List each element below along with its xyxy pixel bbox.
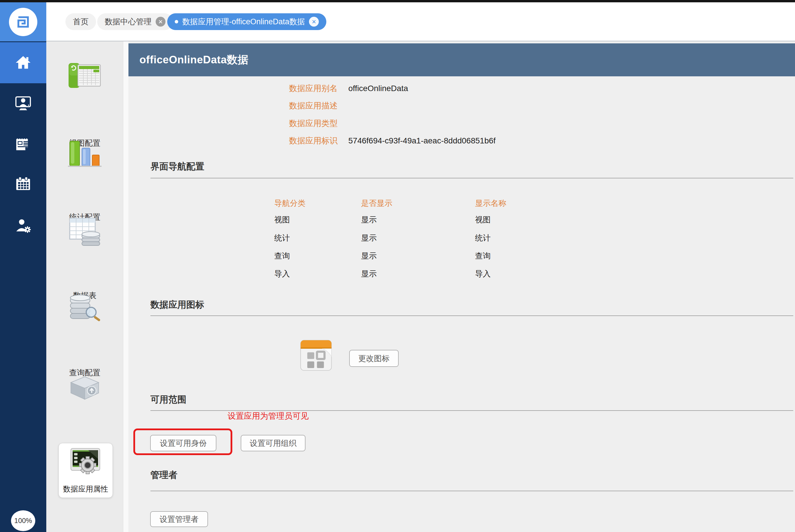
section-nav-title: 界面导航配置 bbox=[150, 162, 204, 172]
change-icon-button-label: 更改图标 bbox=[358, 353, 390, 364]
module-data-app-props-selected[interactable]: 数据应用属性 bbox=[58, 443, 113, 498]
tab-data-app-active[interactable]: 数据应用管理-officeOnlineData数据 ✕ bbox=[167, 13, 326, 30]
field-id-label: 数据应用标识 bbox=[128, 136, 338, 146]
tab-data-center-label: 数据中心管理 bbox=[105, 17, 152, 27]
nav-col-display-name: 显示名称 bbox=[475, 198, 506, 208]
logo-circle bbox=[9, 8, 37, 36]
spiral-logo-icon bbox=[14, 13, 33, 32]
zoom-level-badge[interactable]: 100% bbox=[11, 510, 35, 531]
view-config-icon bbox=[68, 61, 101, 89]
active-dot-icon bbox=[175, 20, 178, 23]
query-config-icon bbox=[68, 294, 101, 323]
window-top-strip bbox=[0, 0, 795, 2]
nav-cell: 统计 bbox=[475, 233, 491, 243]
field-row-desc: 数据应用描述 bbox=[128, 101, 591, 111]
tab-data-app-label: 数据应用管理-officeOnlineData数据 bbox=[182, 17, 305, 27]
stats-bars-icon bbox=[68, 140, 101, 168]
zoom-level-value: 100% bbox=[14, 517, 32, 525]
close-icon[interactable]: ✕ bbox=[156, 17, 165, 26]
close-icon[interactable]: ✕ bbox=[309, 17, 319, 26]
tab-bar: 首页 数据中心管理 ✕ 数据应用管理-officeOnlineData数据 ✕ bbox=[46, 2, 795, 41]
sidebar-item-user-settings[interactable] bbox=[0, 215, 46, 235]
sidebar-item-user-monitor[interactable] bbox=[0, 93, 46, 112]
sidebar-item-calendar[interactable] bbox=[0, 174, 46, 194]
app-logo[interactable] bbox=[0, 2, 46, 41]
divider bbox=[150, 316, 793, 316]
set-organization-button-label: 设置可用组织 bbox=[249, 438, 297, 449]
nav-cell: 显示 bbox=[361, 233, 377, 243]
field-row-type: 数据应用类型 bbox=[128, 118, 591, 128]
set-identity-button[interactable]: 设置可用身份 bbox=[150, 435, 216, 451]
field-type-label: 数据应用类型 bbox=[128, 118, 338, 128]
nav-cell: 导入 bbox=[475, 269, 491, 279]
sidebar-item-news[interactable] bbox=[0, 134, 46, 154]
import-model-icon bbox=[68, 374, 101, 402]
module-stats-config[interactable] bbox=[46, 140, 123, 168]
module-query-config[interactable] bbox=[46, 294, 123, 323]
nav-cell: 统计 bbox=[274, 233, 290, 243]
change-icon-button[interactable]: 更改图标 bbox=[349, 350, 399, 367]
divider bbox=[150, 491, 793, 491]
content-left-strip bbox=[123, 41, 128, 532]
set-organization-button[interactable]: 设置可用组织 bbox=[241, 435, 306, 451]
section-icon-title: 数据应用图标 bbox=[150, 300, 204, 310]
user-gear-icon bbox=[15, 216, 32, 234]
home-icon bbox=[15, 54, 32, 71]
module-data-table[interactable] bbox=[46, 217, 123, 246]
field-desc-label: 数据应用描述 bbox=[128, 101, 338, 111]
module-sidebar: 视图配置 统计配置 bbox=[46, 41, 123, 532]
section-scope-title: 可用范围 bbox=[150, 394, 186, 405]
admin-visible-annotation: 设置应用为管理员可见 bbox=[228, 412, 309, 421]
monitor-user-icon bbox=[15, 94, 32, 111]
nav-cell: 视图 bbox=[475, 215, 491, 225]
field-row-id: 数据应用标识 5746f694-c93f-49a1-aeac-8ddd06851… bbox=[128, 136, 678, 146]
data-table-icon bbox=[68, 217, 101, 246]
main-content: officeOnlineData数据 数据应用别名 officeOnlineDa… bbox=[128, 41, 795, 532]
divider bbox=[150, 178, 793, 178]
nav-col-visible: 是否显示 bbox=[361, 198, 392, 208]
data-app-icon bbox=[299, 339, 333, 372]
page-title: officeOnlineData数据 bbox=[140, 53, 248, 67]
set-admin-button[interactable]: 设置管理者 bbox=[150, 511, 208, 527]
primary-sidebar: 100% bbox=[0, 2, 46, 532]
set-admin-button-label: 设置管理者 bbox=[160, 514, 199, 525]
data-app-props-icon bbox=[68, 447, 104, 479]
field-alias-label: 数据应用别名 bbox=[128, 83, 338, 93]
divider bbox=[150, 410, 793, 411]
section-admin-title: 管理者 bbox=[150, 470, 177, 480]
nav-cell: 显示 bbox=[361, 215, 377, 225]
app-window: 首页 数据中心管理 ✕ 数据应用管理-officeOnlineData数据 ✕ bbox=[0, 0, 795, 532]
calendar-icon bbox=[15, 175, 32, 193]
page-header: officeOnlineData数据 bbox=[128, 43, 795, 76]
nav-cell: 导入 bbox=[274, 269, 290, 279]
tab-home-label: 首页 bbox=[73, 17, 89, 27]
module-view-config[interactable] bbox=[46, 61, 123, 89]
sidebar-item-home[interactable] bbox=[0, 42, 46, 83]
field-id-value: 5746f694-c93f-49a1-aeac-8ddd06851b6f bbox=[348, 136, 496, 146]
app-grid-icon bbox=[299, 339, 333, 372]
nav-cell: 显示 bbox=[361, 251, 377, 261]
newspaper-icon bbox=[15, 135, 32, 152]
set-identity-button-label: 设置可用身份 bbox=[160, 438, 207, 449]
module-import-model[interactable] bbox=[46, 374, 123, 402]
nav-col-category: 导航分类 bbox=[274, 198, 306, 208]
tab-home[interactable]: 首页 bbox=[66, 13, 96, 30]
nav-cell: 查询 bbox=[274, 251, 290, 261]
nav-cell: 显示 bbox=[361, 269, 377, 279]
tab-data-center[interactable]: 数据中心管理 ✕ bbox=[97, 13, 173, 30]
nav-cell: 视图 bbox=[274, 215, 290, 225]
module-data-app-props-label: 数据应用属性 bbox=[59, 484, 113, 494]
field-alias-value: officeOnlineData bbox=[348, 83, 408, 93]
nav-cell: 查询 bbox=[475, 251, 491, 261]
field-row-alias: 数据应用别名 officeOnlineData bbox=[128, 83, 591, 93]
